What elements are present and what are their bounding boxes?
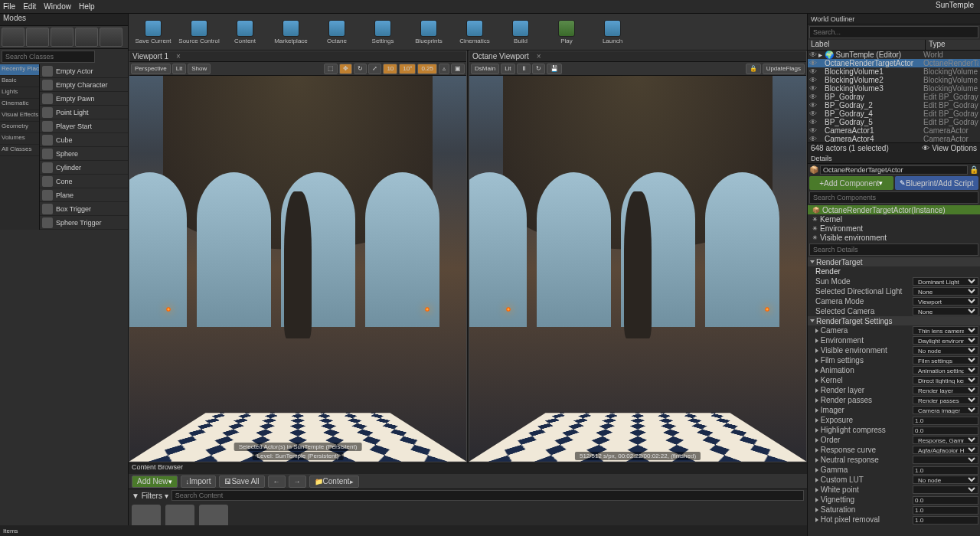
toolbar-content[interactable]: Content xyxy=(224,15,266,48)
component-kernel[interactable]: ✳ Kernel xyxy=(808,214,980,224)
prop-select[interactable]: Camera imager xyxy=(913,406,978,414)
place-actor-item[interactable]: Sphere xyxy=(40,147,128,161)
octane-lit[interactable]: Lit xyxy=(501,64,514,74)
prop-input[interactable] xyxy=(913,506,978,515)
toolbar-blueprints[interactable]: Blueprints xyxy=(407,15,450,48)
octane-canvas[interactable]: 512/512 s/px, 00:02:22/00:02:22, (finish… xyxy=(469,76,806,462)
place-actor-item[interactable]: Cylinder xyxy=(40,161,128,175)
category-item[interactable]: All Classes xyxy=(0,145,39,156)
toolbar-build[interactable]: Build xyxy=(499,15,542,48)
prop-input[interactable] xyxy=(913,496,978,505)
path-fwd-icon[interactable]: → xyxy=(289,476,306,488)
snap-scale[interactable]: 0.25 xyxy=(417,64,437,74)
place-actor-item[interactable]: Empty Character xyxy=(40,78,128,92)
outliner-row[interactable]: 👁CameraActor1CameraActor xyxy=(808,126,980,135)
prop-select[interactable] xyxy=(913,456,978,464)
save-all-button[interactable]: 🖫 Save All xyxy=(219,476,264,488)
place-actor-item[interactable]: Empty Pawn xyxy=(40,92,128,106)
snap-angle[interactable]: 10° xyxy=(399,64,416,74)
prop-input[interactable] xyxy=(913,516,978,525)
mode-place-icon[interactable] xyxy=(2,28,24,47)
component-visible-env[interactable]: ✳ Visible environment xyxy=(808,233,980,242)
mode-landscape-icon[interactable] xyxy=(51,28,74,47)
prop-select[interactable]: Response, Gamma, LUT xyxy=(913,436,978,444)
path-back-icon[interactable]: ← xyxy=(268,476,286,488)
place-actor-item[interactable]: Plane xyxy=(40,188,128,202)
category-item[interactable]: Basic xyxy=(0,76,39,87)
place-actor-item[interactable]: Empty Actor xyxy=(40,64,128,78)
close-icon[interactable]: × xyxy=(537,52,541,60)
components-search-input[interactable] xyxy=(809,191,978,204)
prop-select[interactable]: Thin lens camera xyxy=(913,326,978,335)
prop-select[interactable]: None xyxy=(913,307,978,315)
menu-file[interactable]: File xyxy=(3,2,15,11)
mode-foliage-icon[interactable] xyxy=(75,28,98,47)
outliner-row[interactable]: 👁BlockingVolume3BlockingVolume xyxy=(808,84,980,93)
toolbar-settings[interactable]: Settings xyxy=(361,15,404,48)
octane-tab[interactable]: Octane Viewport× xyxy=(469,51,806,62)
section-rendertarget[interactable]: RenderTarget xyxy=(808,257,980,266)
menu-edit[interactable]: Edit xyxy=(23,2,36,11)
prop-select[interactable]: Agfa/Agfacolor HDC 100 plusCD xyxy=(913,446,978,454)
viewport-maximize-icon[interactable]: ▣ xyxy=(451,64,465,74)
viewport-canvas[interactable]: Selected Actor(s) in SunTemple (Persiste… xyxy=(129,76,466,462)
octane-dsmain[interactable]: DsMain xyxy=(471,64,499,74)
add-component-button[interactable]: +Add Component ▾ xyxy=(809,176,893,190)
viewmode-show[interactable]: Show xyxy=(188,64,211,74)
menu-help[interactable]: Help xyxy=(79,2,95,11)
prop-select[interactable]: Film settings xyxy=(913,356,978,364)
place-actor-item[interactable]: Cube xyxy=(40,133,128,147)
details-search-input[interactable] xyxy=(809,243,978,256)
add-new-button[interactable]: Add New ▾ xyxy=(132,476,178,488)
place-actor-item[interactable]: Player Start xyxy=(40,119,128,133)
outliner-row[interactable]: 👁OctaneRenderTargetActorOctaneRenderTarg… xyxy=(808,59,980,67)
camera-speed[interactable]: ▵ xyxy=(439,64,449,74)
outliner-row[interactable]: 👁CameraActor4CameraActor xyxy=(808,135,980,142)
prop-select[interactable]: Daylight environment xyxy=(913,336,978,345)
gizmo-move-icon[interactable]: ✥ xyxy=(339,64,352,74)
prop-select[interactable]: No node xyxy=(913,476,978,484)
prop-select[interactable]: Viewport xyxy=(913,297,978,306)
toolbar-save-current[interactable]: Save Current xyxy=(132,15,175,48)
category-item[interactable]: Volumes xyxy=(0,133,39,145)
outliner-row[interactable]: 👁BP_Godray_4Edit BP_Godray xyxy=(808,109,980,118)
place-actor-item[interactable]: Box Trigger xyxy=(40,202,128,216)
prop-select[interactable]: Animation settings xyxy=(913,366,978,374)
octane-lock-icon[interactable]: 🔒 xyxy=(746,64,761,74)
category-item[interactable]: Recently Placed xyxy=(0,64,39,76)
prop-select[interactable]: Direct lighting kernel xyxy=(913,376,978,384)
category-item[interactable]: Cinematic xyxy=(0,99,39,110)
import-button[interactable]: ↓ Import xyxy=(181,476,217,488)
component-environment[interactable]: ✳ Environment xyxy=(808,224,980,233)
place-actor-item[interactable]: Sphere Trigger xyxy=(40,216,128,230)
render-button[interactable]: Render xyxy=(809,267,978,276)
menu-window[interactable]: Window xyxy=(44,2,71,11)
octane-reload-icon[interactable]: ↻ xyxy=(532,64,545,74)
octane-save-icon[interactable]: 💾 xyxy=(547,64,562,74)
place-actor-item[interactable]: Point Light xyxy=(40,106,128,119)
outliner-row[interactable]: 👁BP_GodrayEdit BP_Godray xyxy=(808,93,980,101)
outliner-row[interactable]: 👁BP_Godray_5Edit BP_Godray xyxy=(808,118,980,126)
viewmode-perspective[interactable]: Perspective xyxy=(131,64,171,74)
breadcrumb-content[interactable]: 📁 Content ▸ xyxy=(309,476,359,488)
gizmo-scale-icon[interactable]: ⤢ xyxy=(368,64,381,74)
prop-select[interactable]: Render layer xyxy=(913,386,978,394)
category-item[interactable]: Visual Effects xyxy=(0,110,39,122)
toolbar-cinematics[interactable]: Cinematics xyxy=(453,15,496,48)
prop-input[interactable] xyxy=(913,417,978,425)
outliner-view-options[interactable]: 👁 View Options xyxy=(922,144,977,152)
component-root[interactable]: 📦 OctaneRenderTargetActor(Instance) xyxy=(808,205,980,214)
place-actor-item[interactable]: Cone xyxy=(40,175,128,188)
close-icon[interactable]: × xyxy=(176,52,181,60)
category-item[interactable]: Geometry xyxy=(0,122,39,133)
prop-select[interactable]: None xyxy=(913,287,978,296)
toolbar-source-control[interactable]: Source Control xyxy=(178,15,220,48)
snap-grid[interactable]: 10 xyxy=(383,64,397,74)
gizmo-select-icon[interactable]: ⬚ xyxy=(324,64,338,74)
outliner-world-root[interactable]: 👁▸ 🌍 SunTemple (Editor)World xyxy=(808,51,980,59)
toolbar-marketplace[interactable]: Marketplace xyxy=(270,15,312,48)
actor-name-input[interactable] xyxy=(820,165,968,175)
prop-select[interactable]: Render passes xyxy=(913,396,978,404)
outliner-row[interactable]: 👁BlockingVolume2BlockingVolume xyxy=(808,76,980,84)
viewport-tab[interactable]: Viewport 1× xyxy=(129,51,466,62)
